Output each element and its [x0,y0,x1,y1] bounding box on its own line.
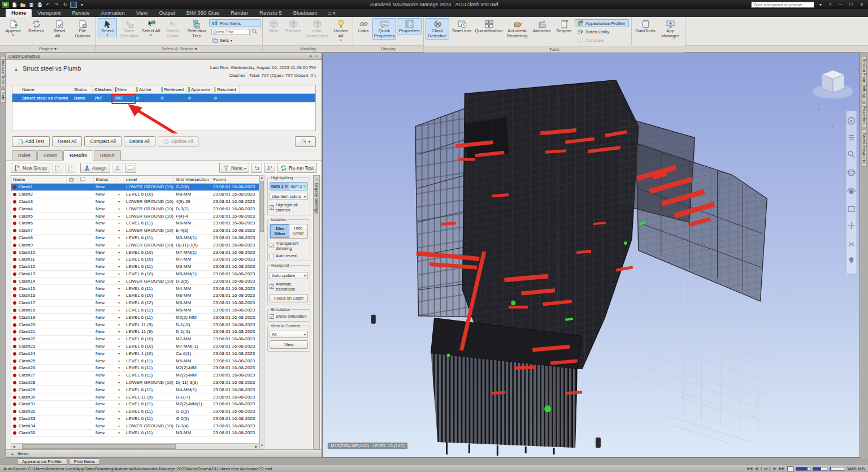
display-settings-strip[interactable]: » Display Settings [313,175,320,449]
results-row[interactable]: Clash3New▾LOWER GROUND (10)4(9)-2923:08:… [11,198,259,206]
timeliner-button[interactable]: TimeLiner [450,18,474,34]
focus-on-clash-button[interactable]: Focus on Clash [270,294,308,302]
restore-button[interactable]: □ [847,2,855,7]
select-button[interactable]: Select▾ [98,18,117,37]
highlight-all-checkbox[interactable]: ✓Highlight all clashes [270,202,308,213]
animator-button[interactable]: Animator [531,18,553,34]
unhide-all-button[interactable]: Unhide All▾ [331,18,351,42]
collapse-icon[interactable]: ▲ [14,67,18,71]
print-icon[interactable] [36,2,43,8]
qat-dropdown-icon[interactable]: ▾ [79,2,85,8]
compact-all-button[interactable]: Compact All [84,136,121,146]
appearance-profiler-button[interactable]: Appearance Profiler [575,19,629,27]
redo-icon[interactable]: ↷ [53,2,60,8]
items-bar[interactable]: ▲ Items [6,449,322,457]
cd-tab[interactable]: Select [37,150,63,160]
save-icon[interactable] [28,2,34,8]
results-row[interactable]: Clash20New▾LEVEL 11 (9)D-1(-5)23:08:01 1… [11,321,259,328]
find-items-button[interactable]: Find Items [209,19,261,27]
viewport-3d[interactable]: M13(255)-MP(141) : LEVEL 13 (147) [322,53,860,458]
cd-tab[interactable]: Rules [12,150,37,160]
results-row[interactable]: Clash17New▾LEVEL 6 (12)M5-MM23:08:01 16-… [11,300,259,307]
view-in-context-select[interactable]: All▾ [270,331,308,338]
transparent-dimming-checkbox[interactable]: ✓Transparent dimming [270,241,308,251]
export-report-button[interactable]: ▾ [295,136,316,147]
ribbon-tab[interactable]: Home [6,9,32,17]
ribbon-tab[interactable]: Review [66,9,95,17]
unassign-icon-button[interactable] [112,163,123,173]
results-row[interactable]: Clash35New▾LEVEL 6 (11)M3-MM23:08:01 16-… [11,430,259,437]
quick-find-icon[interactable] [251,28,258,35]
viewpoint-mode-select[interactable]: Auto-update▾ [270,272,308,279]
append-button[interactable]: Append▾ [2,18,24,37]
datatools-button[interactable]: DataTools [634,18,657,34]
results-row[interactable]: Clash13New▾LEVEL 6 (10)M8-MM(1)23:08:01 … [11,271,259,278]
results-row[interactable]: Clash14New▾LOWER GROUND (10)D-3(5)23:08:… [11,278,259,285]
test-header[interactable]: ▲Struct steel vs Plumb [14,65,81,72]
file-options-button[interactable]: File Options [71,18,94,40]
results-table-header[interactable]: Name Status Level Grid Intersection Foun… [11,176,259,184]
results-row[interactable]: Clash32New▾LEVEL 6 (11)G-2(3)23:08:01 16… [11,408,259,415]
select-same-button[interactable]: Select Same [162,18,184,40]
group-label-visibility[interactable]: Visibility [263,45,353,52]
cd-tab[interactable]: Results [63,150,93,161]
reset-results-icon-button[interactable] [251,163,262,173]
search-dropdown-icon[interactable]: ▾ [817,2,824,8]
help-icon[interactable]: ? [827,2,834,8]
results-row[interactable]: Clash24New▾LEVEL 1 (10)Ca-6(1)23:08:01 1… [11,350,259,357]
show-simulation-checkbox[interactable]: ✓Show simulation [270,314,308,319]
animate-transitions-checkbox[interactable]: ✓Animate transitions [270,282,308,292]
panel-close-icon[interactable]: × [314,54,319,58]
results-row[interactable]: Clash10New▾LEVEL 6 (10)M7-MM(1)23:08:01 … [11,249,259,256]
results-row[interactable]: Clash29New▾LEVEL 6 (11)M4-MM(1)23:08:01 … [11,386,259,393]
side-tab[interactable]: Properties [862,103,867,127]
close-button[interactable]: × [858,2,866,7]
first-sheet-icon[interactable]: ◀◀ [747,466,753,471]
prev-sheet-icon[interactable]: ◀ [754,466,757,471]
results-row[interactable]: Clash34New▾LOWER GROUND (10)D-3(4)23:08:… [11,422,259,430]
properties-button[interactable]: Properties [397,18,422,34]
rerun-test-button[interactable]: Re-run Test [277,163,317,173]
next-sheet-icon[interactable]: ▶ [774,466,776,471]
group-clashes-icon-button[interactable] [52,163,63,173]
side-tab[interactable]: Sets [1,89,6,103]
results-row[interactable]: Clash9New▾LOWER GROUND (10)D(-11)-3(5)23… [11,241,259,249]
scripter-button[interactable]: Scripter [554,18,574,34]
assign-button[interactable]: Assign [80,163,110,173]
hide-other-button[interactable]: Hide Other [289,224,307,238]
save-selection-button[interactable]: Save Selection [118,18,140,40]
results-row[interactable]: Clash23New▾LEVEL 6 (10)M7-MM(-1)23:08:01… [11,343,259,350]
results-row[interactable]: Clash4New▾LOWER GROUND (10)D-3(7)23:08:0… [11,205,259,213]
filter-dropdown[interactable]: None▾ [219,163,249,173]
selection-tree-button[interactable]: Selection Tree [185,18,209,40]
item1-button[interactable]: Item 1 [270,183,289,190]
dock-tab[interactable]: Appearance Profiler [17,458,67,465]
autodesk-rendering-button[interactable]: Autodesk Rendering [504,18,530,40]
help-search-input[interactable] [751,2,814,8]
results-row[interactable]: Clash27New▾LEVEL 6 (11)M2(2)-MM23:08:01 … [11,372,259,379]
use-item-colors-select[interactable]: Use item colors▾ [270,193,308,200]
item2-button[interactable]: Item 2 [289,183,308,190]
screen-capture-icon[interactable]: ▭ ▾ [327,11,335,17]
ribbon-tab[interactable]: Revizto 5 [254,9,288,17]
add-assignment-icon-button[interactable] [264,163,275,173]
group-label-project[interactable]: Project ▾ [0,45,96,52]
results-row[interactable]: Clash18New▾LEVEL 6 (12)M5-MM23:08:01 16-… [11,307,259,314]
new-document-icon[interactable] [11,2,18,8]
test-row[interactable]: Struct steel vs Plumb Done 707 707 0 0 0… [12,94,315,102]
ribbon-tab[interactable]: Output [153,9,181,17]
dim-other-button[interactable]: Dim Other [270,224,289,238]
results-row[interactable]: Clash7New▾LOWER GROUND (10)E-4(3)23:08:0… [11,227,259,235]
results-row[interactable]: Clash16New▾LEVEL 6 (10)M8-MM23:08:01 16-… [11,292,259,300]
open-file-icon[interactable] [19,2,26,8]
tests-table[interactable]: Name Status Clashes New Active Reviewed … [12,85,316,131]
hide-button[interactable]: Hide [264,18,283,34]
clash-detective-button[interactable]: Clash Detective [426,18,449,40]
cd-tab[interactable]: Report [94,150,121,160]
ribbon-tab[interactable]: Bluebeam [288,9,323,17]
ribbon-tab[interactable]: BIM 360 Glue [181,9,225,17]
results-row[interactable]: Clash19New▾LEVEL 6 (11)M2(2)-MM23:08:01 … [11,314,259,321]
quick-find-box[interactable]: Quick Find [209,28,261,36]
reset-all-button[interactable]: Reset All... [48,18,71,40]
undo-icon[interactable]: ↶ [45,2,51,8]
